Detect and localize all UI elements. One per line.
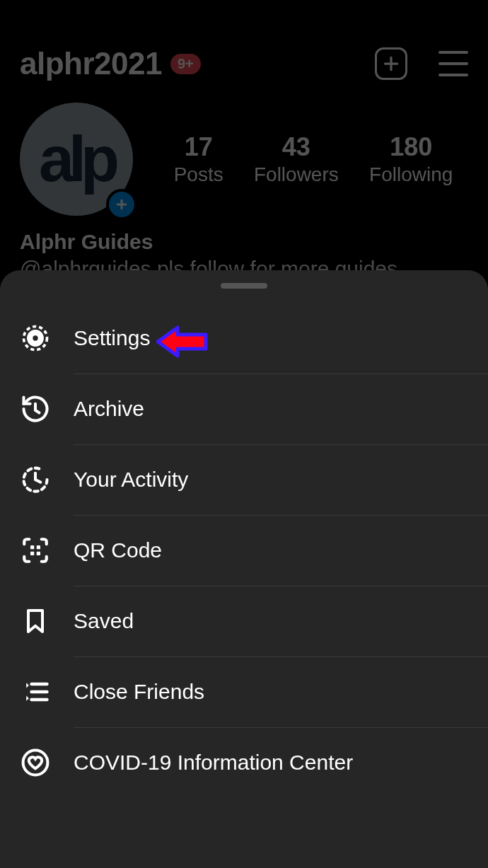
bookmark-icon	[20, 606, 51, 637]
followers-label: Followers	[254, 163, 339, 186]
menu-label: Settings	[74, 326, 150, 350]
svg-point-16	[23, 751, 48, 775]
activity-icon	[20, 464, 51, 495]
svg-marker-11	[26, 683, 29, 688]
menu-item-archive[interactable]: Archive	[0, 374, 488, 444]
menu-label: Saved	[74, 609, 134, 633]
annotation-arrow-icon	[156, 325, 209, 359]
followers-stat[interactable]: 43 Followers	[254, 132, 339, 186]
menu-item-saved[interactable]: Saved	[0, 586, 488, 656]
hamburger-menu-button[interactable]	[438, 51, 468, 76]
plus-icon	[115, 197, 129, 212]
avatar-wrap[interactable]: alp	[20, 103, 133, 216]
drag-handle[interactable]	[221, 283, 267, 289]
menu-item-close-friends[interactable]: Close Friends	[0, 656, 488, 727]
menu-item-covid-info[interactable]: COVID-19 Information Center	[0, 727, 488, 798]
posts-label: Posts	[174, 163, 223, 186]
profile-info: alp 17 Posts 43 Followers	[0, 88, 488, 216]
menu-label: QR Code	[74, 538, 162, 562]
svg-rect-9	[30, 552, 34, 555]
notification-badge[interactable]: 9+	[170, 54, 201, 74]
stats-row: 17 Posts 43 Followers 180 Following	[133, 103, 468, 216]
profile-page: alphr2021 9+ alp	[0, 0, 488, 868]
covid-heart-icon	[20, 747, 51, 778]
following-count: 180	[369, 132, 453, 162]
menu-label: Archive	[74, 397, 144, 421]
svg-marker-14	[26, 696, 29, 701]
plus-icon	[382, 54, 400, 73]
menu-label: Your Activity	[74, 468, 188, 492]
profile-header: alphr2021 9+	[0, 0, 488, 88]
following-label: Following	[369, 163, 453, 186]
display-name: Alphr Guides	[20, 230, 468, 254]
qrcode-icon	[20, 535, 51, 566]
menu-label: COVID-19 Information Center	[74, 751, 353, 775]
svg-rect-7	[30, 545, 34, 549]
archive-icon	[20, 393, 51, 424]
dimmed-background: alphr2021 9+ alp	[0, 0, 488, 281]
gear-icon	[20, 323, 51, 354]
svg-rect-10	[37, 552, 40, 555]
menu-overlay: Settings Archive	[0, 270, 488, 868]
menu-item-settings[interactable]: Settings	[0, 303, 488, 374]
hamburger-bar-icon	[438, 74, 468, 76]
menu-item-your-activity[interactable]: Your Activity	[0, 444, 488, 515]
svg-point-6	[32, 335, 40, 342]
following-stat[interactable]: 180 Following	[369, 132, 453, 186]
close-friends-icon	[20, 676, 51, 707]
followers-count: 43	[254, 132, 339, 162]
posts-stat[interactable]: 17 Posts	[174, 132, 223, 186]
menu-item-qr-code[interactable]: QR Code	[0, 515, 488, 586]
username[interactable]: alphr2021	[20, 46, 162, 81]
hamburger-bar-icon	[438, 51, 468, 54]
create-button[interactable]	[375, 47, 407, 80]
hamburger-bar-icon	[438, 62, 468, 65]
posts-count: 17	[174, 132, 223, 162]
add-story-button[interactable]	[106, 189, 137, 220]
menu-label: Close Friends	[74, 680, 204, 704]
svg-rect-8	[37, 545, 40, 549]
menu-list: Settings Archive	[0, 289, 488, 798]
